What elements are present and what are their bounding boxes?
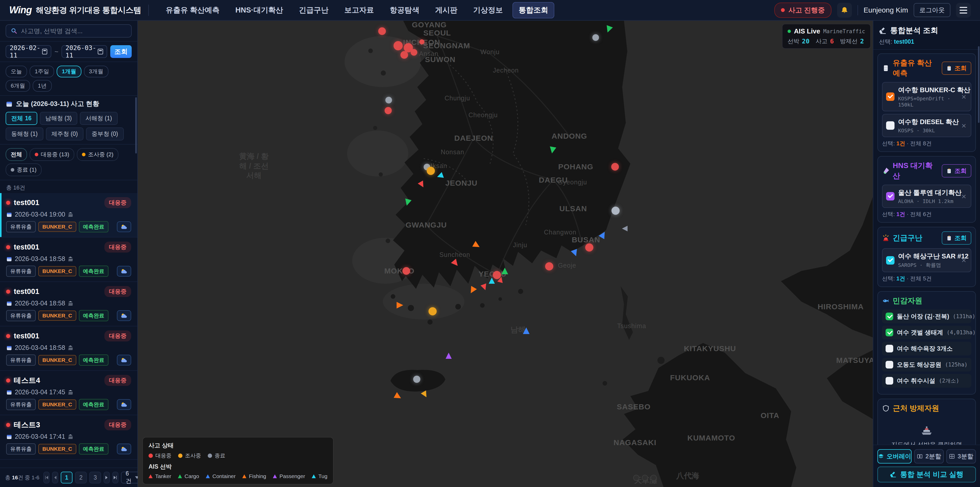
map-canvas[interactable]: GOYANGSEOULINCHEONSEONGNAMSUWONAnsanWonj… <box>138 21 873 487</box>
map-attribution-button[interactable] <box>651 475 657 481</box>
section-query-button[interactable]: 조회 <box>942 164 971 177</box>
status-filter[interactable]: 종료 (1) <box>6 163 41 176</box>
incident-marker[interactable] <box>378 27 386 35</box>
item-checkbox[interactable] <box>886 121 894 130</box>
resource-item[interactable]: 돌산 어장 (김·전복)(131ha) <box>882 310 971 323</box>
region-filter[interactable]: 전체16 <box>6 112 37 125</box>
search-box[interactable] <box>6 24 132 38</box>
item-checkbox[interactable] <box>886 256 894 265</box>
item-checkbox[interactable] <box>886 192 894 200</box>
incident-card[interactable]: 테스트4대응중2026-03-04 17:45유류유출BUNKER_C예측완료 <box>0 371 137 415</box>
nav-item-유출유 확산예측[interactable]: 유출유 확산예측 <box>159 2 226 18</box>
panel-scrollbar[interactable] <box>978 46 980 123</box>
incident-marker[interactable] <box>592 34 599 41</box>
incident-marker[interactable] <box>401 51 408 59</box>
prev-page-button[interactable] <box>52 472 58 484</box>
notifications-button[interactable] <box>837 3 852 18</box>
nav-item-HNS·대기확산[interactable]: HNS·대기확산 <box>229 2 289 18</box>
resource-item[interactable]: 여수 갯벌 생태계(4,013ha) <box>882 326 971 339</box>
incident-marker[interactable] <box>585 243 593 252</box>
incident-marker[interactable] <box>419 39 425 45</box>
first-page-button[interactable] <box>43 472 49 484</box>
incident-marker[interactable] <box>410 49 417 56</box>
status-filter[interactable]: 전체 <box>6 148 27 161</box>
page-button-1[interactable]: 1 <box>61 472 73 484</box>
quick-range-오늘[interactable]: 오늘 <box>6 65 27 77</box>
menu-button[interactable] <box>956 3 971 18</box>
weather-button[interactable] <box>117 221 131 232</box>
section-query-button[interactable]: 조회 <box>942 62 971 75</box>
quick-range-3개월[interactable]: 3개월 <box>84 65 108 77</box>
nav-item-항공탐색[interactable]: 항공탐색 <box>383 2 425 18</box>
incident-marker[interactable] <box>385 97 392 104</box>
page-button-2[interactable]: 2 <box>75 472 87 484</box>
status-filter[interactable]: 대응중 (13) <box>30 148 74 161</box>
resource-checkbox[interactable] <box>886 377 893 385</box>
resource-checkbox[interactable] <box>886 361 893 369</box>
incident-marker[interactable] <box>402 267 410 275</box>
date-to-input[interactable]: 2026-03-11 <box>62 45 107 58</box>
incident-marker[interactable] <box>428 307 437 315</box>
incident-marker[interactable] <box>611 207 620 215</box>
split-2-view-button[interactable]: 2분할 <box>914 449 944 463</box>
status-filter[interactable]: 조사중 (2) <box>77 148 118 161</box>
region-filter[interactable]: 남해청 (3) <box>40 112 78 125</box>
incident-marker[interactable] <box>393 41 403 50</box>
resource-checkbox[interactable] <box>886 329 893 336</box>
resource-checkbox[interactable] <box>886 345 893 353</box>
close-icon[interactable]: × <box>960 256 967 264</box>
analysis-item[interactable]: 울산 톨루엔 대기확산ALOHA · IDLH 1.2km× <box>882 185 971 208</box>
incident-card[interactable]: test001대응중2026-03-04 18:58유류유출BUNKER_C예측… <box>0 238 137 282</box>
quick-range-1년[interactable]: 1년 <box>33 80 52 92</box>
weather-button[interactable] <box>117 399 131 410</box>
region-filter[interactable]: 중부청 (0) <box>86 128 124 141</box>
resource-checkbox[interactable] <box>886 313 893 320</box>
weather-button[interactable] <box>117 444 131 454</box>
quick-range-1주일[interactable]: 1주일 <box>30 65 54 77</box>
next-page-button[interactable] <box>103 472 110 484</box>
incident-active-badge[interactable]: 사고 진행중 <box>774 3 832 18</box>
overlay-view-button[interactable]: 오버레이 <box>877 449 912 463</box>
incident-marker[interactable] <box>493 271 501 279</box>
close-icon[interactable]: × <box>960 192 967 200</box>
weather-button[interactable] <box>117 355 131 366</box>
last-page-button[interactable] <box>112 472 118 484</box>
incident-marker[interactable] <box>611 163 619 171</box>
incident-marker[interactable] <box>427 167 435 175</box>
nav-item-긴급구난[interactable]: 긴급구난 <box>293 2 334 18</box>
analysis-item[interactable]: 여수 해상구난 SAR #12SAROPS · 확률맵× <box>882 248 971 272</box>
region-filter[interactable]: 동해청 (1) <box>6 128 43 141</box>
nav-item-기상정보[interactable]: 기상정보 <box>467 2 509 18</box>
item-checkbox[interactable] <box>886 93 894 101</box>
analysis-item[interactable]: 여수항 BUNKER-C 확산KOSPS+OpenDrift · 150kL× <box>882 82 971 111</box>
section-query-button[interactable]: 조회 <box>942 232 971 245</box>
incident-card[interactable]: test001대응중2026-03-04 18:58유류유출BUNKER_C예측… <box>0 326 137 371</box>
close-icon[interactable]: × <box>960 93 967 101</box>
map-zoom-in-button[interactable] <box>633 475 639 481</box>
close-icon[interactable]: × <box>960 121 967 130</box>
weather-button[interactable] <box>117 266 131 276</box>
weather-button[interactable] <box>117 310 131 321</box>
incident-marker[interactable] <box>385 107 392 114</box>
run-analysis-button[interactable]: 통합 분석 비교 실행 <box>877 466 976 482</box>
date-from-input[interactable]: 2026-02-11 <box>6 45 51 58</box>
search-input[interactable] <box>21 27 127 35</box>
nav-item-게시판[interactable]: 게시판 <box>429 2 463 18</box>
resource-item[interactable]: 여수 해수욕장 3개소 <box>882 342 971 356</box>
logout-button[interactable]: 로그아웃 <box>914 3 950 17</box>
incident-card[interactable]: test001대응중2026-03-04 18:58유류유출BUNKER_C예측… <box>0 282 137 326</box>
date-query-button[interactable]: 조회 <box>110 45 132 58</box>
region-filter[interactable]: 서해청 (1) <box>80 112 118 125</box>
quick-range-1개월[interactable]: 1개월 <box>57 65 81 77</box>
nav-item-통합조회[interactable]: 통합조회 <box>512 2 554 18</box>
split-3-view-button[interactable]: 3분할 <box>946 449 976 463</box>
sidebar-scrollbar[interactable] <box>135 97 137 153</box>
page-button-3[interactable]: 3 <box>89 472 101 484</box>
incident-card[interactable]: 테스트3대응중2026-03-04 17:41유류유출BUNKER_C예측완료 <box>0 415 137 460</box>
region-filter[interactable]: 제주청 (0) <box>46 128 84 141</box>
analysis-item[interactable]: 여수항 DIESEL 확산KOSPS · 30kL× <box>882 114 971 137</box>
resource-item[interactable]: 여수 취수시설(2개소) <box>882 374 971 388</box>
incident-marker[interactable] <box>545 262 553 270</box>
quick-range-6개월[interactable]: 6개월 <box>6 80 30 92</box>
incident-card[interactable]: test001대응중2026-03-04 19:00유류유출BUNKER_C예측… <box>0 193 137 238</box>
